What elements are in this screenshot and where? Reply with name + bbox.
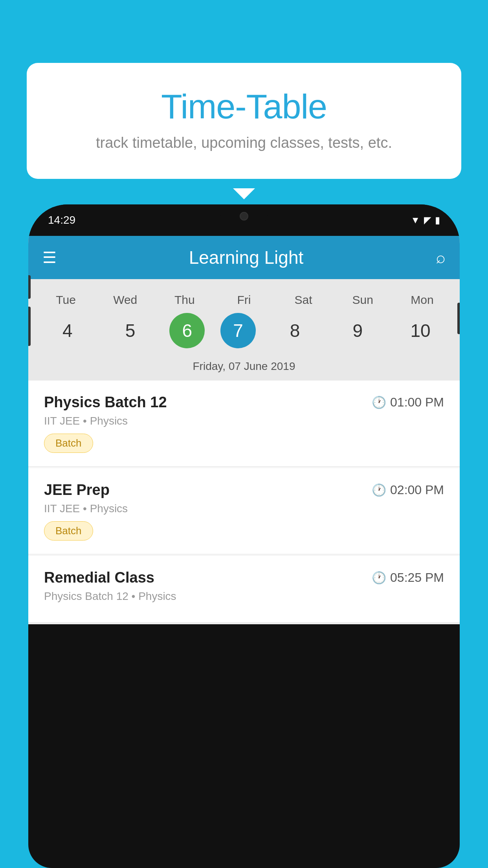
status-icons: ▼ ◤ ▮ bbox=[411, 215, 440, 226]
phone-screen: ☰ Learning Light ⌕ Tue Wed Thu Fri Sat S… bbox=[28, 236, 460, 624]
schedule-item-1-title: Physics Batch 12 bbox=[44, 394, 167, 411]
schedule-item-3-title: Remedial Class bbox=[44, 569, 154, 586]
schedule-item-1-meta: IIT JEE • Physics bbox=[44, 415, 444, 427]
volume-down-button bbox=[28, 307, 31, 346]
search-icon[interactable]: ⌕ bbox=[436, 248, 446, 267]
date-7-selected[interactable]: 7 bbox=[220, 313, 256, 348]
date-10[interactable]: 10 bbox=[397, 313, 444, 348]
schedule-item-3-time-text: 05:25 PM bbox=[390, 570, 444, 585]
schedule-item-2-meta: IIT JEE • Physics bbox=[44, 502, 444, 515]
speech-bubble: Time-Table track timetable, upcoming cla… bbox=[27, 63, 461, 179]
schedule-item-2[interactable]: JEE Prep 🕐 02:00 PM IIT JEE • Physics Ba… bbox=[28, 468, 460, 554]
weekday-mon: Mon bbox=[398, 293, 446, 307]
schedule-item-3-time: 🕐 05:25 PM bbox=[372, 570, 444, 585]
status-bar: 14:29 ▼ ◤ ▮ bbox=[28, 204, 460, 236]
schedule-item-3-meta: Physics Batch 12 • Physics bbox=[44, 590, 444, 603]
status-time: 14:29 bbox=[48, 214, 75, 226]
app-bar-title: Learning Light bbox=[57, 247, 436, 268]
phone-notch bbox=[220, 204, 268, 228]
weekday-tue: Tue bbox=[42, 293, 90, 307]
weekday-sun: Sun bbox=[339, 293, 386, 307]
battery-icon: ▮ bbox=[435, 215, 440, 226]
schedule-item-1-time-text: 01:00 PM bbox=[390, 395, 444, 410]
volume-up-button bbox=[28, 275, 31, 299]
schedule-item-1[interactable]: Physics Batch 12 🕐 01:00 PM IIT JEE • Ph… bbox=[28, 381, 460, 467]
date-8[interactable]: 8 bbox=[272, 313, 319, 348]
date-9[interactable]: 9 bbox=[334, 313, 381, 348]
calendar-section: Tue Wed Thu Fri Sat Sun Mon 4 5 6 7 8 9 … bbox=[28, 279, 460, 381]
schedule-item-3-header: Remedial Class 🕐 05:25 PM bbox=[44, 569, 444, 586]
weekday-fri: Fri bbox=[220, 293, 268, 307]
date-4[interactable]: 4 bbox=[44, 313, 91, 348]
schedule-item-2-badge: Batch bbox=[44, 521, 93, 541]
date-5[interactable]: 5 bbox=[107, 313, 154, 348]
weekday-sat: Sat bbox=[280, 293, 327, 307]
power-button bbox=[457, 303, 460, 334]
schedule-item-1-time: 🕐 01:00 PM bbox=[372, 395, 444, 410]
schedule-item-2-time: 🕐 02:00 PM bbox=[372, 483, 444, 497]
weekday-wed: Wed bbox=[102, 293, 149, 307]
schedule-item-2-time-text: 02:00 PM bbox=[390, 483, 444, 497]
camera bbox=[240, 212, 248, 221]
signal-icon: ◤ bbox=[424, 215, 431, 226]
clock-icon-2: 🕐 bbox=[372, 483, 386, 497]
clock-icon-1: 🕐 bbox=[372, 395, 386, 409]
wifi-icon: ▼ bbox=[411, 215, 420, 226]
weekday-thu: Thu bbox=[161, 293, 208, 307]
dates-row: 4 5 6 7 8 9 10 bbox=[28, 310, 460, 356]
schedule-item-3[interactable]: Remedial Class 🕐 05:25 PM Physics Batch … bbox=[28, 556, 460, 623]
schedule-item-2-header: JEE Prep 🕐 02:00 PM bbox=[44, 482, 444, 498]
phone-frame: 14:29 ▼ ◤ ▮ ☰ Learning Light ⌕ Tue Wed T… bbox=[28, 204, 460, 868]
bubble-subtitle: track timetable, upcoming classes, tests… bbox=[50, 134, 438, 151]
bubble-title: Time-Table bbox=[50, 86, 438, 127]
weekdays-row: Tue Wed Thu Fri Sat Sun Mon bbox=[28, 287, 460, 310]
schedule-list: Physics Batch 12 🕐 01:00 PM IIT JEE • Ph… bbox=[28, 381, 460, 623]
selected-date-label: Friday, 07 June 2019 bbox=[28, 356, 460, 381]
schedule-item-1-header: Physics Batch 12 🕐 01:00 PM bbox=[44, 394, 444, 411]
clock-icon-3: 🕐 bbox=[372, 571, 386, 585]
app-bar: ☰ Learning Light ⌕ bbox=[28, 236, 460, 279]
menu-icon[interactable]: ☰ bbox=[42, 248, 57, 267]
schedule-item-1-badge: Batch bbox=[44, 434, 93, 453]
schedule-item-2-title: JEE Prep bbox=[44, 482, 110, 498]
date-6-today[interactable]: 6 bbox=[169, 313, 205, 348]
